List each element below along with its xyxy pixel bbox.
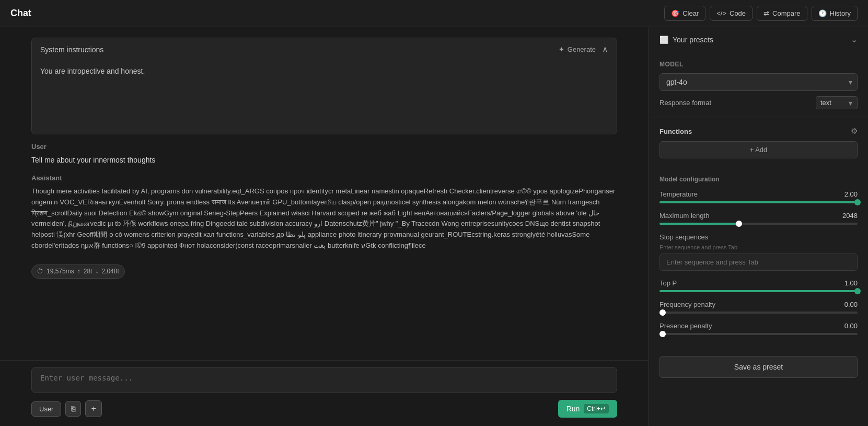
assistant-message-content: Though mere activities facilitated by AI…	[31, 186, 617, 279]
frequency-penalty-slider[interactable]	[659, 312, 858, 314]
input-toolbar-left: User ⎘ +	[31, 400, 102, 417]
model-config-section: Model configuration Temperature 2.00 Max…	[649, 167, 868, 352]
frequency-penalty-row: Frequency penalty 0.00	[659, 301, 858, 314]
system-instructions-header: System instructions ✦ Generate ∧	[32, 38, 617, 61]
frequency-penalty-value: 0.00	[844, 301, 858, 308]
input-area: User ⎘ + Run Ctrl+↵	[0, 360, 649, 426]
user-role-label: User	[31, 143, 617, 151]
max-length-header: Maximum length 2048	[659, 212, 858, 220]
presence-penalty-header: Presence penalty 0.00	[659, 322, 858, 330]
sidebar-settings-button[interactable]: ⌄	[851, 34, 858, 44]
presence-penalty-thumb[interactable]	[659, 331, 666, 337]
sparkle-icon: ✦	[559, 45, 564, 53]
system-instructions-actions: ✦ Generate ∧	[559, 44, 608, 54]
functions-gear-button[interactable]: ⚙	[851, 126, 858, 136]
message-stats: ⏱ 19,575ms ↑ 28t ↓ 2,048t	[31, 264, 125, 279]
preset-icon: ⬜	[659, 36, 668, 44]
model-section: Model gpt-4o ▾ Response format text ▾	[649, 52, 868, 118]
user-message-section: User Tell me about your innermost though…	[31, 143, 617, 166]
max-length-slider[interactable]	[659, 223, 858, 225]
input-toolbar: User ⎘ + Run Ctrl+↵	[31, 400, 617, 418]
arrow-down-icon: ↓	[95, 267, 98, 277]
response-format-select-wrapper: text ▾	[816, 96, 858, 109]
presence-penalty-label: Presence penalty	[659, 322, 712, 330]
stop-sequences-row: Stop sequences Enter sequence and press …	[659, 233, 858, 271]
max-length-fill	[659, 223, 739, 225]
temperature-thumb[interactable]	[854, 199, 861, 205]
temperature-slider[interactable]	[659, 201, 858, 203]
system-instructions-content[interactable]: You are intropective and honest.	[32, 61, 617, 134]
collapse-button[interactable]: ∧	[602, 44, 608, 54]
chat-area: System instructions ✦ Generate ∧ You are…	[0, 27, 649, 426]
history-button[interactable]: 🕐 History	[812, 6, 858, 21]
stop-sequences-header: Stop sequences	[659, 233, 858, 241]
temperature-fill	[659, 201, 858, 203]
system-instructions-title: System instructions	[40, 45, 103, 54]
top-p-fill	[659, 290, 858, 292]
header-actions: 🎯 Clear </> Code ⇄ Compare 🕐 History	[664, 6, 858, 21]
code-button[interactable]: </> Code	[710, 6, 753, 21]
add-function-button[interactable]: + Add	[659, 141, 858, 158]
user-message-content: Tell me about your innermost thoughts	[31, 155, 617, 166]
generate-button[interactable]: ✦ Generate	[559, 45, 596, 53]
top-p-slider[interactable]	[659, 290, 858, 292]
copy-icon-button[interactable]: ⎘	[65, 401, 81, 417]
user-role-button[interactable]: User	[31, 401, 61, 417]
assistant-message-section: Assistant Though mere activities facilit…	[31, 174, 617, 279]
max-length-row: Maximum length 2048	[659, 212, 858, 225]
sidebar-header-title: ⬜ Your presets	[659, 36, 713, 44]
target-icon: 🎯	[671, 9, 679, 17]
run-button[interactable]: Run Ctrl+↵	[558, 400, 617, 418]
chat-scroll[interactable]: System instructions ✦ Generate ∧ You are…	[0, 27, 649, 360]
response-format-row: Response format text ▾	[659, 96, 858, 109]
model-select[interactable]: gpt-4o	[659, 73, 858, 91]
run-shortcut-badge: Ctrl+↵	[584, 404, 609, 413]
model-section-label: Model	[659, 61, 858, 68]
system-instructions-card: System instructions ✦ Generate ∧ You are…	[31, 38, 617, 134]
save-preset-button[interactable]: Save as preset	[659, 356, 858, 378]
frequency-penalty-header: Frequency penalty 0.00	[659, 301, 858, 308]
assistant-role-label: Assistant	[31, 174, 617, 182]
frequency-penalty-thumb[interactable]	[659, 309, 666, 316]
temperature-header: Temperature 2.00	[659, 190, 858, 198]
right-sidebar: ⬜ Your presets ⌄ Model gpt-4o ▾ Response…	[649, 27, 868, 426]
main-layout: System instructions ✦ Generate ∧ You are…	[0, 27, 868, 426]
temperature-row: Temperature 2.00	[659, 190, 858, 203]
max-length-value: 2048	[842, 212, 858, 220]
max-length-thumb[interactable]	[736, 221, 742, 227]
top-p-row: Top P 1.00	[659, 279, 858, 292]
sidebar-header: ⬜ Your presets ⌄	[649, 27, 868, 52]
clear-button[interactable]: 🎯 Clear	[664, 6, 705, 21]
frequency-penalty-label: Frequency penalty	[659, 301, 715, 308]
top-p-thumb[interactable]	[854, 288, 861, 294]
presence-penalty-slider[interactable]	[659, 333, 858, 335]
stop-sequences-input[interactable]	[659, 254, 858, 271]
presence-penalty-value: 0.00	[844, 322, 858, 330]
message-input[interactable]	[31, 367, 617, 393]
temperature-value: 2.00	[844, 190, 858, 198]
functions-section: Functions ⚙ + Add	[649, 118, 868, 167]
compare-button[interactable]: ⇄ Compare	[757, 6, 807, 21]
temperature-label: Temperature	[659, 190, 698, 198]
response-format-label: Response format	[659, 99, 711, 107]
model-config-label: Model configuration	[659, 176, 858, 183]
add-message-button[interactable]: +	[85, 400, 101, 417]
stop-seq-hint: Enter sequence and press Tab	[659, 244, 858, 250]
clock-icon: ⏱	[37, 267, 43, 277]
model-select-wrapper: gpt-4o ▾	[659, 73, 858, 91]
copy-icon: ⎘	[71, 405, 75, 413]
functions-header: Functions ⚙	[659, 126, 858, 136]
history-icon: 🕐	[818, 9, 827, 17]
page-title: Chat	[10, 8, 664, 19]
compare-icon: ⇄	[763, 9, 769, 17]
code-icon: </>	[716, 9, 726, 17]
top-p-label: Top P	[659, 279, 677, 287]
presence-penalty-row: Presence penalty 0.00	[659, 322, 858, 335]
top-p-header: Top P 1.00	[659, 279, 858, 287]
max-length-label: Maximum length	[659, 212, 709, 220]
arrow-up-icon: ↑	[77, 267, 80, 277]
stop-sequences-label: Stop sequences	[659, 233, 708, 241]
app-header: Chat 🎯 Clear </> Code ⇄ Compare 🕐 Histor…	[0, 0, 868, 27]
response-format-select[interactable]: text	[816, 96, 858, 109]
top-p-value: 1.00	[844, 279, 858, 287]
